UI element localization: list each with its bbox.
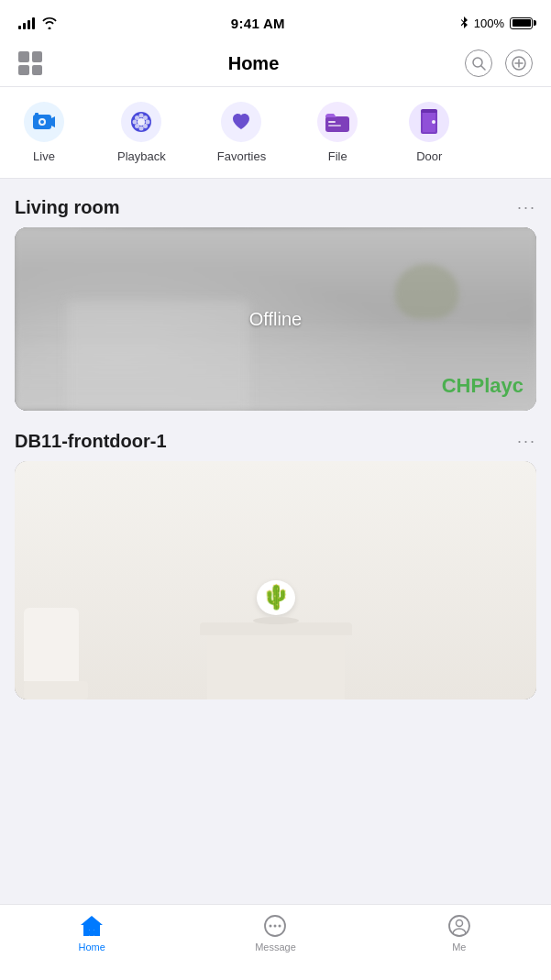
door-label: Door [416, 149, 442, 163]
chair-decoration [24, 608, 97, 699]
frontdoor-title: DB11-frontdoor-1 [15, 431, 167, 452]
file-icon [317, 102, 358, 142]
home-label: Home [78, 941, 105, 952]
live-label: Live [33, 149, 55, 163]
category-live[interactable]: Live [0, 87, 92, 178]
svg-point-15 [133, 120, 138, 125]
bottom-nav: Home Message Me [0, 904, 551, 980]
category-menu: Live Playback [0, 87, 551, 179]
svg-point-32 [274, 925, 277, 928]
svg-rect-8 [35, 113, 39, 116]
bluetooth-icon [459, 17, 468, 29]
live-icon [24, 102, 64, 142]
living-room-camera-card[interactable]: Offline CHPlayc [15, 227, 536, 411]
offline-status: Offline [249, 309, 302, 330]
playback-icon [121, 102, 161, 142]
svg-point-16 [146, 120, 150, 125]
svg-point-20 [143, 116, 148, 120]
wifi-icon [42, 17, 57, 29]
nav-actions [465, 50, 533, 77]
frontdoor-camera-card[interactable]: 🌵 [15, 461, 536, 699]
svg-point-13 [139, 114, 144, 118]
page-title: Home [228, 53, 280, 74]
svg-rect-28 [421, 109, 437, 113]
frontdoor-header: DB11-frontdoor-1 ··· [15, 431, 536, 452]
favorites-icon [221, 102, 261, 142]
svg-rect-29 [89, 930, 94, 936]
nav-bar: Home [0, 40, 551, 87]
signal-icon [18, 17, 35, 29]
home-icon [79, 914, 105, 938]
file-label: File [328, 149, 347, 163]
message-icon [262, 914, 288, 938]
nav-tab-message[interactable]: Message [243, 914, 307, 952]
playback-label: Playback [117, 149, 166, 163]
door-icon [409, 102, 449, 142]
status-left [18, 17, 57, 29]
svg-point-14 [139, 127, 144, 131]
svg-point-18 [143, 124, 148, 128]
nav-tab-home[interactable]: Home [60, 914, 124, 952]
living-room-more[interactable]: ··· [517, 198, 536, 217]
search-button[interactable] [465, 50, 492, 77]
svg-line-1 [481, 66, 485, 70]
battery-percent: 100% [474, 17, 504, 30]
message-label: Message [255, 941, 296, 952]
frontdoor-more[interactable]: ··· [517, 432, 536, 451]
svg-point-35 [456, 920, 462, 927]
living-room-header: Living room ··· [15, 197, 536, 218]
me-label: Me [452, 941, 466, 952]
svg-point-19 [135, 124, 139, 128]
svg-point-31 [270, 925, 272, 928]
category-file[interactable]: File [292, 87, 383, 178]
section-frontdoor: DB11-frontdoor-1 ··· [15, 431, 536, 699]
frontdoor-feed: 🌵 [15, 461, 536, 699]
svg-rect-24 [328, 125, 341, 127]
add-button[interactable] [505, 50, 533, 77]
svg-rect-23 [328, 121, 336, 123]
living-room-title: Living room [15, 197, 119, 218]
status-right: 100% [459, 17, 533, 30]
nav-tab-me[interactable]: Me [427, 914, 491, 952]
status-bar: 9:41 AM 100% [0, 0, 551, 40]
watermark-text: CHPlayc [442, 374, 523, 398]
apps-grid-icon[interactable] [18, 51, 42, 75]
main-content: Living room ··· Offline CHPlayc DB11-fro… [0, 179, 551, 725]
me-icon [446, 914, 472, 938]
svg-point-7 [40, 120, 44, 124]
svg-point-33 [279, 925, 281, 928]
battery-icon [510, 17, 533, 29]
category-playback[interactable]: Playback [92, 87, 192, 178]
category-favorties[interactable]: Favorties [192, 87, 292, 178]
section-living-room: Living room ··· Offline CHPlayc [15, 197, 536, 411]
svg-point-17 [135, 116, 139, 120]
category-door[interactable]: Door [383, 87, 475, 178]
svg-rect-22 [325, 116, 349, 132]
favorties-label: Favorties [217, 149, 266, 163]
svg-point-27 [432, 120, 435, 124]
status-time: 9:41 AM [231, 16, 285, 31]
